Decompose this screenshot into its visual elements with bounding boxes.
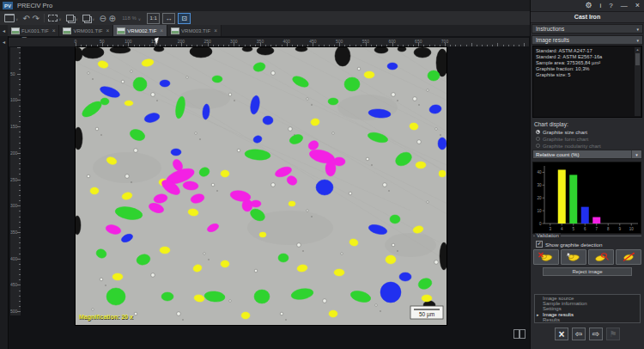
show-detection-row[interactable]: ✓ Show graphite detection [536, 241, 602, 248]
step-label: Results [543, 317, 560, 322]
zoom-in-button[interactable]: ⊕ [107, 13, 117, 24]
image-results-label: Image results [536, 37, 569, 43]
results-text-box: ▲ Standard: ASTM A247-17Standard 2: ASTM… [532, 46, 642, 118]
select-rectangle-button[interactable] [48, 13, 58, 24]
image-canvas[interactable]: ◂ ▤▾ 05010015020025030035040045050055060… [0, 36, 531, 349]
cancel-workflow-button[interactable]: × [555, 328, 568, 340]
metric-select-dropdown-icon[interactable]: ▾ [631, 150, 641, 158]
snapshot-icon [82, 15, 90, 21]
zoom-level-value[interactable]: 118 % [122, 15, 137, 21]
tab-VRM001.TIF[interactable]: VRM001.TIF× [59, 25, 113, 36]
instructions-header[interactable]: Instructions ▾ [532, 24, 643, 34]
result-line: Standard 2: ASTM E2567-16a [536, 54, 634, 60]
tab-close-icon[interactable]: × [160, 28, 163, 34]
toolbar-separator [44, 14, 45, 22]
minimize-icon[interactable]: — [621, 0, 628, 11]
step-label: Settings [543, 306, 562, 311]
metric-select[interactable]: Relative count (%) ▾ [532, 150, 642, 159]
next-step-button[interactable]: ⇨ [589, 328, 603, 340]
result-line: Standard: ASTM A247-17 [536, 48, 634, 54]
validation-tools [533, 249, 641, 265]
chart-display-label: Chart display: [534, 121, 568, 127]
tab-scroll-left-icon[interactable]: ◂ [0, 28, 8, 34]
image-results-dropdown-icon: ▾ [636, 38, 639, 43]
pan-icon: ⊡ [181, 15, 187, 22]
image-results-header[interactable]: Image results ▾ [532, 35, 643, 45]
remove-graphite-button[interactable] [533, 249, 559, 265]
radio-graphite-size-chart[interactable]: Graphite size chart [536, 128, 642, 135]
graphite-size-chart: 010203040345678910 [532, 162, 641, 234]
svg-text:40: 40 [537, 170, 542, 174]
settings-gear-icon[interactable]: ⚙ [585, 0, 592, 11]
split-graphite-button[interactable] [616, 249, 641, 265]
graphite-detection-overlay: 50 µmMagnification: 20 xMagnification: 2… [76, 47, 447, 325]
show-detection-label: Show graphite detection [545, 242, 602, 248]
results-scrollbar[interactable]: ▲ [635, 47, 641, 116]
micrograph-image[interactable]: 50 µmMagnification: 20 xMagnification: 2… [76, 47, 447, 325]
fit-icon: ↔ [166, 15, 173, 22]
rectangle-icon [48, 15, 58, 21]
finish-workflow-button[interactable]: ⚑ [606, 328, 620, 340]
zoom-out-button[interactable]: ⊖ [98, 13, 107, 24]
svg-text:10: 10 [537, 209, 542, 213]
pick-graphite-button[interactable] [561, 249, 586, 265]
select-dropdown-icon[interactable]: ∨ [58, 17, 61, 21]
fit-to-window-button[interactable]: ↔ [162, 13, 175, 24]
show-detection-checkbox[interactable]: ✓ [536, 241, 543, 248]
radio-graphite-nodularity-chart[interactable]: Graphite nodularity chart [536, 142, 642, 149]
image-file-icon [171, 28, 179, 34]
open-dropdown-icon[interactable]: ∨ [15, 17, 18, 21]
pan-tool-button[interactable]: ⊡ [178, 13, 191, 24]
tab-bar: ◂ FLK001.TIF×VRM001.TIF×VRM002.TIF×VRM00… [0, 25, 531, 36]
find-graphite-button[interactable] [588, 249, 614, 265]
reject-image-button[interactable]: Reject image [543, 267, 632, 276]
gallery-panel-toggle-icon[interactable] [513, 329, 526, 339]
undo-button[interactable]: ↶ [21, 13, 31, 24]
tab-close-icon[interactable]: × [106, 28, 110, 34]
radio-label: Graphite size chart [543, 129, 587, 135]
image-file-icon [117, 28, 125, 34]
tab-close-icon[interactable]: × [214, 28, 217, 34]
previous-step-button[interactable]: ⇦ [572, 328, 586, 340]
tab-label: FLK001.TIF [21, 28, 49, 34]
snapshot-button[interactable] [82, 13, 91, 24]
workflow-panel: Cast Iron Instructions ▾ Image results ▾… [530, 0, 644, 349]
step-results[interactable]: Results [543, 317, 637, 322]
tab-FLK001.TIF[interactable]: FLK001.TIF× [8, 25, 59, 36]
result-line: Graphite size: 5 [536, 72, 634, 78]
info-icon[interactable]: i [600, 0, 602, 11]
copy-button[interactable] [65, 13, 75, 24]
app-logo: PV [3, 2, 13, 9]
folder-icon [4, 14, 15, 22]
tab-VRM003.TIF[interactable]: VRM003.TIF× [167, 25, 222, 36]
radio-graphite-form-chart[interactable]: Graphite form chart [536, 135, 642, 142]
redo-button[interactable]: ↷ [31, 13, 40, 24]
tab-VRM002.TIF[interactable]: VRM002.TIF× [113, 25, 167, 36]
remove-graphite-icon [538, 252, 555, 262]
help-icon[interactable]: ? [609, 0, 612, 11]
window-title: PRECiV Pro [17, 2, 52, 9]
split-graphite-icon [620, 252, 637, 262]
copy-dropdown-icon[interactable]: ∨ [76, 17, 78, 21]
actual-size-button[interactable]: 1:1 [147, 13, 160, 24]
chart-display-options: Graphite size chartGraphite form chartGr… [536, 128, 642, 149]
zoom-level-dropdown-icon[interactable]: ∨ [138, 17, 141, 21]
back-arrow-icon: ⇦ [575, 329, 582, 339]
left-panel-collapse[interactable]: ◂ [0, 36, 9, 349]
svg-text:20: 20 [537, 196, 542, 200]
validation-label: Validation [535, 233, 561, 238]
radio-button-icon [536, 130, 540, 134]
tab-label: VRM001.TIF [73, 28, 102, 34]
open-image-button[interactable] [4, 13, 15, 24]
copy-icon [66, 15, 74, 21]
metric-select-value: Relative count (%) [533, 151, 631, 157]
close-icon[interactable]: × [635, 0, 640, 11]
svg-text:30: 30 [537, 183, 542, 187]
svg-text:10: 10 [629, 227, 635, 231]
scroll-up-icon[interactable]: ▲ [635, 47, 641, 52]
snapshot-dropdown-icon[interactable]: ∨ [92, 17, 94, 21]
result-line: Graphite fraction: 10,3% [536, 66, 634, 72]
tab-close-icon[interactable]: × [52, 28, 56, 34]
svg-text:50 µm: 50 µm [419, 311, 434, 318]
scrollbar-thumb[interactable] [635, 53, 640, 65]
